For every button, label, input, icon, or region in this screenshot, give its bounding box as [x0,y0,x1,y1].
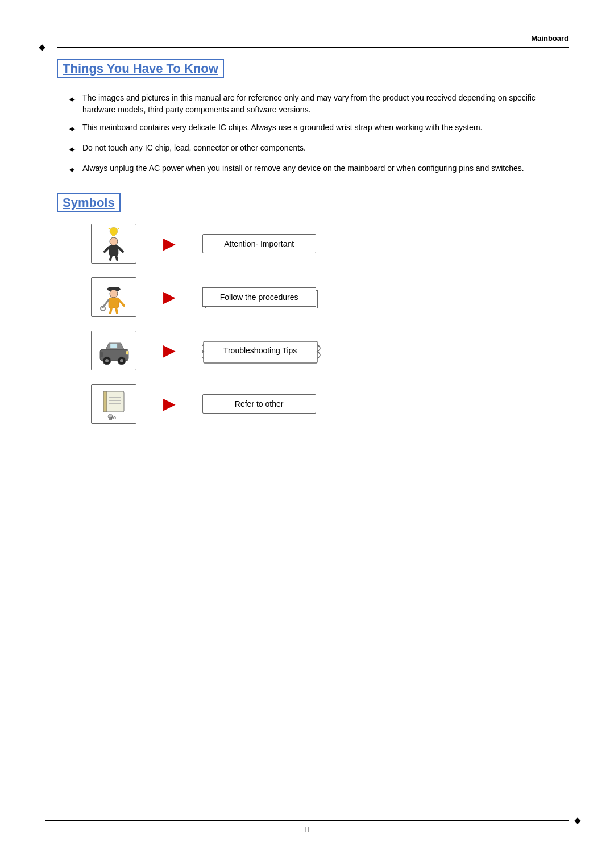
svg-line-8 [118,247,123,252]
label-refer: Refer to other [202,394,316,414]
bullet-icon-1: ✦ [68,93,76,107]
svg-line-19 [116,308,117,313]
symbol-icon-refer: ∞ [91,384,136,424]
troubleshooting-svg-icon [96,333,132,368]
arrow-attention: ► [159,233,180,254]
symbol-icon-troubleshooting [91,331,136,370]
label-attention: Attention- Important [202,234,316,253]
svg-rect-21 [110,344,117,348]
svg-text:∞: ∞ [111,414,116,421]
svg-line-3 [118,228,119,229]
svg-line-9 [110,256,111,260]
svg-rect-27 [100,352,103,357]
bullet-text-4: Always unplug the AC power when you inst… [82,162,524,174]
attention-svg-icon [96,227,132,261]
page-header: Mainboard [57,34,569,43]
symbols-grid: ► Attention- Important [91,224,569,424]
symbol-icon-attention [91,224,136,264]
label-troubleshooting: Troubleshooting Tips [202,340,318,361]
list-item: ✦ This mainboard contains very delicate … [68,122,569,136]
svg-rect-1 [112,235,115,236]
svg-rect-14 [109,298,119,308]
svg-point-0 [110,227,118,235]
symbol-row-refer: ∞ ► Refer to other [91,384,569,424]
symbol-row-attention: ► Attention- Important [91,224,569,264]
symbol-icon-procedures [91,277,136,317]
svg-line-10 [116,256,117,260]
bullet-text-1: The images and pictures in this manual a… [82,92,569,116]
svg-point-25 [120,359,123,362]
bottom-rule-line [45,820,569,821]
bullet-icon-4: ✦ [68,164,76,177]
svg-line-7 [105,247,109,252]
bullet-icon-2: ✦ [68,123,76,136]
svg-line-17 [119,300,124,306]
arrow-refer: ► [159,394,180,414]
bullet-text-3: Do not touch any IC chip, lead, connecto… [82,142,306,154]
list-item: ✦ The images and pictures in this manual… [68,92,569,116]
header-title: Mainboard [531,34,569,43]
top-rule-line [57,47,569,48]
page: Mainboard Things You Have To Know ✦ The … [0,0,614,868]
svg-point-13 [110,290,118,298]
page-footer: II [45,820,569,834]
list-item: ✦ Do not touch any IC chip, lead, connec… [68,142,569,157]
page-number: II [45,825,569,834]
top-divider [57,47,569,48]
svg-point-5 [110,237,118,245]
bottom-divider [45,820,569,821]
arrow-troubleshooting: ► [159,340,180,361]
bullet-icon-3: ✦ [68,143,76,157]
svg-rect-6 [109,245,118,256]
symbol-row-troubleshooting: ► Troubleshooting Tips [91,331,569,370]
label-troubleshooting-container: Troubleshooting Tips [202,340,318,361]
symbol-row-procedures: ► Follow the procedures [91,277,569,317]
bullet-list: ✦ The images and pictures in this manual… [57,92,569,177]
svg-rect-26 [126,351,128,354]
label-procedures: Follow the procedures [202,287,316,307]
arrow-procedures: ► [159,287,180,307]
symbols-section-title: Symbols [57,193,121,212]
svg-line-4 [109,228,110,229]
refer-svg-icon: ∞ [96,387,132,421]
bullet-text-2: This mainboard contains very delicate IC… [82,122,482,133]
main-section-title: Things You Have To Know [57,59,224,78]
list-item: ✦ Always unplug the AC power when you in… [68,162,569,177]
svg-point-23 [105,359,109,362]
svg-line-18 [110,308,111,313]
procedures-svg-icon [96,280,132,314]
svg-rect-30 [103,391,107,412]
